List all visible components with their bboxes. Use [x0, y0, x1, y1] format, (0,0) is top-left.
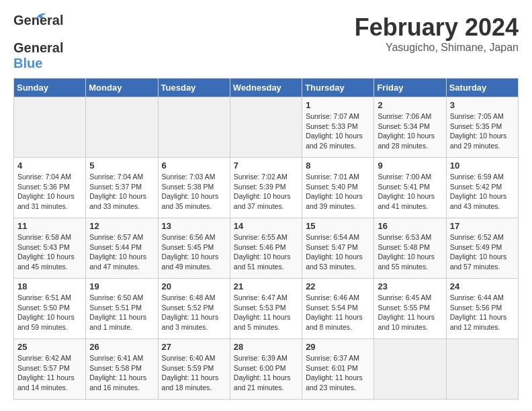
- week-row-3: 11Sunrise: 6:58 AM Sunset: 5:43 PM Dayli…: [14, 218, 519, 279]
- header: General General Blue February 2024 Yasug…: [13, 13, 519, 71]
- day-info: Sunrise: 6:51 AM Sunset: 5:50 PM Dayligh…: [17, 293, 82, 332]
- day-cell: 24Sunrise: 6:44 AM Sunset: 5:56 PM Dayli…: [446, 279, 518, 339]
- col-header-saturday: Saturday: [446, 79, 518, 97]
- day-info: Sunrise: 6:40 AM Sunset: 5:59 PM Dayligh…: [162, 353, 226, 393]
- title-area: February 2024 Yasugicho, Shimane, Japan: [355, 13, 519, 54]
- day-cell: 6Sunrise: 7:03 AM Sunset: 5:38 PM Daylig…: [158, 158, 230, 218]
- day-number: 28: [234, 342, 298, 352]
- day-cell: 2Sunrise: 7:06 AM Sunset: 5:34 PM Daylig…: [374, 97, 446, 158]
- day-number: 29: [306, 342, 370, 352]
- day-cell: 22Sunrise: 6:46 AM Sunset: 5:54 PM Dayli…: [302, 279, 374, 339]
- week-row-5: 25Sunrise: 6:42 AM Sunset: 5:57 PM Dayli…: [14, 339, 519, 400]
- day-cell: 3Sunrise: 7:05 AM Sunset: 5:35 PM Daylig…: [446, 97, 518, 158]
- day-cell: 20Sunrise: 6:48 AM Sunset: 5:52 PM Dayli…: [158, 279, 230, 339]
- day-cell: [374, 339, 446, 400]
- day-number: 18: [17, 281, 82, 291]
- col-header-monday: Monday: [86, 79, 158, 97]
- day-number: 3: [450, 100, 515, 110]
- day-cell: [158, 97, 230, 158]
- day-number: 10: [450, 161, 515, 171]
- col-header-tuesday: Tuesday: [158, 79, 230, 97]
- day-cell: 9Sunrise: 7:00 AM Sunset: 5:41 PM Daylig…: [374, 158, 446, 218]
- day-info: Sunrise: 7:00 AM Sunset: 5:41 PM Dayligh…: [378, 172, 442, 212]
- day-info: Sunrise: 6:48 AM Sunset: 5:52 PM Dayligh…: [162, 293, 226, 332]
- day-info: Sunrise: 7:04 AM Sunset: 5:37 PM Dayligh…: [89, 172, 154, 212]
- day-number: 13: [162, 221, 226, 231]
- day-number: 23: [378, 281, 442, 291]
- day-info: Sunrise: 6:59 AM Sunset: 5:42 PM Dayligh…: [450, 172, 515, 212]
- day-cell: 25Sunrise: 6:42 AM Sunset: 5:57 PM Dayli…: [14, 339, 86, 400]
- day-cell: 19Sunrise: 6:50 AM Sunset: 5:51 PM Dayli…: [86, 279, 158, 339]
- day-number: 9: [378, 161, 442, 171]
- day-info: Sunrise: 6:55 AM Sunset: 5:46 PM Dayligh…: [234, 232, 298, 272]
- day-cell: 5Sunrise: 7:04 AM Sunset: 5:37 PM Daylig…: [86, 158, 158, 218]
- day-number: 19: [89, 281, 154, 291]
- day-info: Sunrise: 6:53 AM Sunset: 5:48 PM Dayligh…: [378, 232, 442, 272]
- day-number: 16: [378, 221, 442, 231]
- day-cell: 26Sunrise: 6:41 AM Sunset: 5:58 PM Dayli…: [86, 339, 158, 400]
- day-info: Sunrise: 6:52 AM Sunset: 5:49 PM Dayligh…: [450, 232, 515, 272]
- day-cell: 13Sunrise: 6:56 AM Sunset: 5:45 PM Dayli…: [158, 218, 230, 279]
- day-number: 2: [378, 100, 442, 110]
- day-number: 4: [17, 161, 82, 171]
- col-header-sunday: Sunday: [14, 79, 86, 97]
- day-number: 7: [234, 161, 298, 171]
- day-number: 26: [89, 342, 154, 352]
- day-number: 20: [162, 281, 226, 291]
- day-number: 6: [162, 161, 226, 171]
- logo: General General Blue: [13, 13, 63, 71]
- week-row-4: 18Sunrise: 6:51 AM Sunset: 5:50 PM Dayli…: [14, 279, 519, 339]
- day-info: Sunrise: 6:39 AM Sunset: 6:00 PM Dayligh…: [234, 353, 298, 393]
- day-info: Sunrise: 6:47 AM Sunset: 5:53 PM Dayligh…: [234, 293, 298, 332]
- location-title: Yasugicho, Shimane, Japan: [355, 42, 519, 54]
- day-cell: 8Sunrise: 7:01 AM Sunset: 5:40 PM Daylig…: [302, 158, 374, 218]
- day-info: Sunrise: 6:44 AM Sunset: 5:56 PM Dayligh…: [450, 293, 515, 332]
- day-cell: [446, 339, 518, 400]
- day-info: Sunrise: 6:50 AM Sunset: 5:51 PM Dayligh…: [89, 293, 154, 332]
- month-title: February 2024: [355, 13, 519, 42]
- day-info: Sunrise: 6:58 AM Sunset: 5:43 PM Dayligh…: [17, 232, 82, 272]
- day-info: Sunrise: 6:41 AM Sunset: 5:58 PM Dayligh…: [89, 353, 154, 393]
- day-info: Sunrise: 7:03 AM Sunset: 5:38 PM Dayligh…: [162, 172, 226, 212]
- day-cell: 11Sunrise: 6:58 AM Sunset: 5:43 PM Dayli…: [14, 218, 86, 279]
- logo-blue: Blue: [13, 56, 42, 71]
- week-row-1: 1Sunrise: 7:07 AM Sunset: 5:33 PM Daylig…: [14, 97, 519, 158]
- day-cell: 18Sunrise: 6:51 AM Sunset: 5:50 PM Dayli…: [14, 279, 86, 339]
- day-cell: 28Sunrise: 6:39 AM Sunset: 6:00 PM Dayli…: [230, 339, 302, 400]
- day-cell: 29Sunrise: 6:37 AM Sunset: 6:01 PM Dayli…: [302, 339, 374, 400]
- day-number: 24: [450, 281, 515, 291]
- day-number: 14: [234, 221, 298, 231]
- day-number: 1: [306, 100, 370, 110]
- day-cell: [14, 97, 86, 158]
- day-number: 22: [306, 281, 370, 291]
- day-number: 5: [89, 161, 154, 171]
- day-cell: 15Sunrise: 6:54 AM Sunset: 5:47 PM Dayli…: [302, 218, 374, 279]
- day-info: Sunrise: 7:07 AM Sunset: 5:33 PM Dayligh…: [306, 111, 370, 151]
- day-number: 21: [234, 281, 298, 291]
- day-cell: 4Sunrise: 7:04 AM Sunset: 5:36 PM Daylig…: [14, 158, 86, 218]
- bird-icon: [34, 11, 48, 23]
- col-header-wednesday: Wednesday: [230, 79, 302, 97]
- col-header-thursday: Thursday: [302, 79, 374, 97]
- day-info: Sunrise: 6:56 AM Sunset: 5:45 PM Dayligh…: [162, 232, 226, 272]
- day-cell: 7Sunrise: 7:02 AM Sunset: 5:39 PM Daylig…: [230, 158, 302, 218]
- day-number: 12: [89, 221, 154, 231]
- calendar-table: SundayMondayTuesdayWednesdayThursdayFrid…: [13, 78, 519, 400]
- day-info: Sunrise: 6:46 AM Sunset: 5:54 PM Dayligh…: [306, 293, 370, 332]
- day-cell: 14Sunrise: 6:55 AM Sunset: 5:46 PM Dayli…: [230, 218, 302, 279]
- day-info: Sunrise: 6:57 AM Sunset: 5:44 PM Dayligh…: [89, 232, 154, 272]
- day-info: Sunrise: 7:01 AM Sunset: 5:40 PM Dayligh…: [306, 172, 370, 212]
- day-cell: 17Sunrise: 6:52 AM Sunset: 5:49 PM Dayli…: [446, 218, 518, 279]
- day-cell: 10Sunrise: 6:59 AM Sunset: 5:42 PM Dayli…: [446, 158, 518, 218]
- day-cell: 1Sunrise: 7:07 AM Sunset: 5:33 PM Daylig…: [302, 97, 374, 158]
- day-info: Sunrise: 6:42 AM Sunset: 5:57 PM Dayligh…: [17, 353, 82, 393]
- day-info: Sunrise: 7:06 AM Sunset: 5:34 PM Dayligh…: [378, 111, 442, 151]
- day-info: Sunrise: 6:54 AM Sunset: 5:47 PM Dayligh…: [306, 232, 370, 272]
- day-cell: 16Sunrise: 6:53 AM Sunset: 5:48 PM Dayli…: [374, 218, 446, 279]
- day-info: Sunrise: 6:45 AM Sunset: 5:55 PM Dayligh…: [378, 293, 442, 332]
- day-number: 8: [306, 161, 370, 171]
- day-cell: [86, 97, 158, 158]
- day-cell: 21Sunrise: 6:47 AM Sunset: 5:53 PM Dayli…: [230, 279, 302, 339]
- day-info: Sunrise: 7:04 AM Sunset: 5:36 PM Dayligh…: [17, 172, 82, 212]
- week-row-2: 4Sunrise: 7:04 AM Sunset: 5:36 PM Daylig…: [14, 158, 519, 218]
